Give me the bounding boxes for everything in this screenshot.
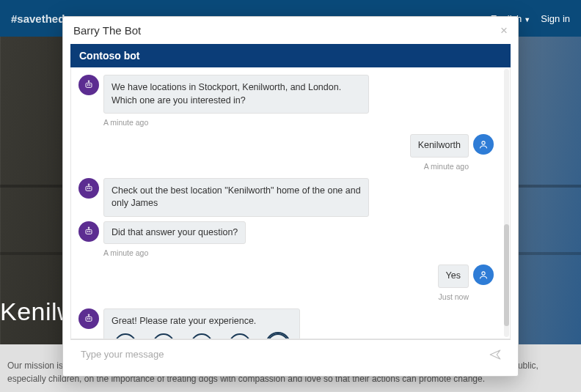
chat-modal: Barry The Bot × Contoso bot We have loca… — [62, 16, 519, 377]
user-message: Yes — [74, 265, 498, 288]
svg-point-15 — [88, 226, 89, 228]
bot-avatar-icon — [78, 308, 99, 329]
svg-rect-11 — [86, 229, 92, 234]
svg-point-1 — [87, 84, 88, 85]
rating-options: Terrible Poor Fair — [112, 333, 292, 339]
message-bubble: Great! Please rate your experience. Terr… — [103, 308, 300, 339]
chat-transcript: We have locations in Stockport, Kenilwor… — [71, 67, 503, 339]
svg-point-12 — [87, 231, 88, 232]
message-bubble: Check out the best location "Kenilworth"… — [103, 178, 369, 217]
send-icon — [489, 348, 502, 361]
rating-fair[interactable]: Fair — [188, 333, 216, 339]
svg-point-2 — [89, 84, 90, 85]
message-timestamp: A minute ago — [103, 118, 498, 127]
svg-point-10 — [88, 183, 89, 185]
rating-poor[interactable]: Poor — [150, 333, 178, 339]
rating-excellent[interactable]: Excellent — [264, 333, 292, 339]
message-input[interactable] — [76, 344, 486, 364]
bot-message: We have locations in Stockport, Kenilwor… — [74, 75, 498, 114]
message-bubble: We have locations in Stockport, Kenilwor… — [103, 75, 369, 114]
svg-rect-17 — [86, 317, 92, 321]
bot-avatar-icon — [78, 75, 99, 95]
rating-good[interactable]: Good — [226, 333, 254, 339]
svg-point-19 — [89, 318, 90, 319]
rating-prompt-text: Great! Please rate your experience. — [112, 315, 292, 328]
bot-message-rating: Great! Please rate your experience. Terr… — [74, 308, 498, 339]
svg-point-21 — [88, 314, 89, 315]
message-bubble: Yes — [438, 265, 469, 288]
face-poor-icon — [153, 333, 175, 339]
face-good-icon — [229, 333, 251, 339]
svg-rect-6 — [86, 186, 92, 191]
modal-title: Barry The Bot — [73, 24, 141, 37]
scrollbar-thumb[interactable] — [504, 224, 509, 326]
send-button[interactable] — [486, 345, 505, 364]
message-timestamp: Just now — [74, 292, 469, 301]
chat-window: Contoso bot We have locations in Stockpo… — [70, 44, 511, 369]
face-terrible-icon — [114, 333, 136, 339]
modal-title-bar: Barry The Bot × — [63, 17, 518, 44]
bot-avatar-icon — [78, 178, 99, 199]
svg-point-8 — [89, 188, 90, 188]
close-icon[interactable]: × — [500, 24, 508, 37]
svg-point-13 — [89, 231, 90, 232]
bot-avatar-icon — [78, 221, 99, 242]
modal-backdrop: Barry The Bot × Contoso bot We have loca… — [0, 0, 581, 392]
face-excellent-icon — [267, 333, 289, 339]
user-avatar-icon — [473, 134, 494, 155]
svg-point-7 — [87, 188, 88, 188]
svg-point-5 — [482, 141, 485, 144]
chat-input-row — [70, 339, 511, 369]
bot-message: Check out the best location "Kenilworth"… — [74, 178, 498, 217]
user-message: Kenilworth — [74, 134, 498, 158]
chat-body: We have locations in Stockport, Kenilwor… — [70, 67, 511, 339]
user-avatar-icon — [473, 265, 494, 285]
svg-rect-0 — [86, 83, 92, 87]
message-timestamp: A minute ago — [74, 162, 469, 171]
svg-point-18 — [87, 318, 88, 319]
svg-point-16 — [482, 272, 485, 275]
svg-point-4 — [88, 81, 89, 82]
rating-terrible[interactable]: Terrible — [112, 333, 139, 339]
bot-message: Did that answer your question? — [74, 221, 498, 245]
message-timestamp: A minute ago — [103, 248, 498, 257]
message-bubble: Kenilworth — [410, 134, 469, 158]
message-bubble: Did that answer your question? — [103, 221, 246, 245]
chat-header: Contoso bot — [70, 44, 511, 67]
scrollbar[interactable] — [504, 69, 509, 337]
face-fair-icon — [191, 333, 213, 339]
